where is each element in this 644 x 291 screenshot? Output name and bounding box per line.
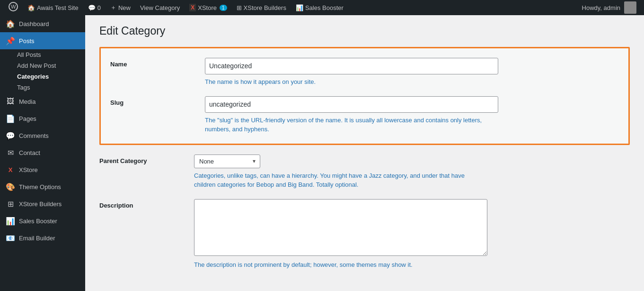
- posts-icon: 📌: [6, 36, 15, 45]
- name-input[interactable]: [205, 58, 498, 74]
- xstore-builders-sidebar-icon: ⊞: [6, 199, 15, 209]
- sales-booster-label: Sales Booster: [305, 4, 344, 11]
- parent-category-row: Parent Category None ▾ Categories, unlik…: [99, 155, 630, 190]
- sales-booster-icon: 📊: [296, 4, 303, 11]
- parent-category-field: None ▾ Categories, unlike tags, can have…: [194, 155, 630, 190]
- pages-icon: 📄: [6, 114, 15, 123]
- avatar: [624, 1, 636, 14]
- comments-count: 0: [97, 4, 101, 11]
- howdy-label: Howdy, admin: [582, 4, 620, 11]
- new-item[interactable]: ＋ New: [106, 0, 135, 15]
- sidebar-item-comments[interactable]: 💬 Comments: [0, 127, 85, 144]
- sidebar-item-dashboard[interactable]: 🏠 Dashboard: [0, 15, 85, 32]
- sidebar-item-label-media: Media: [19, 98, 35, 105]
- parent-category-select[interactable]: None: [194, 155, 260, 168]
- wp-logo-item[interactable]: W: [4, 0, 23, 15]
- slug-input[interactable]: [205, 96, 498, 113]
- sidebar-item-xstore-builders[interactable]: ⊞ XStore Builders: [0, 195, 85, 212]
- sidebar-item-email-builder[interactable]: 📧 Email Builder: [0, 229, 85, 246]
- parent-category-select-wrapper: None ▾: [194, 155, 260, 168]
- sidebar-subitem-tags[interactable]: Tags: [0, 82, 85, 93]
- wp-logo-icon: W: [9, 2, 18, 14]
- sidebar-item-sales-booster[interactable]: 📊 Sales Booster: [0, 212, 85, 229]
- sidebar-item-posts[interactable]: 📌 Posts: [0, 32, 85, 49]
- sidebar-item-label-dashboard: Dashboard: [19, 20, 49, 27]
- sales-booster-item[interactable]: 📊 Sales Booster: [291, 0, 348, 15]
- description-label: Description: [99, 199, 194, 209]
- comments-item[interactable]: 💬 0: [83, 0, 106, 15]
- slug-row: Slug The "slug" is the URL-friendly vers…: [110, 96, 619, 134]
- xstore-badge: 1: [220, 5, 227, 11]
- site-name-label: Awais Test Site: [37, 4, 79, 11]
- all-posts-label: All Posts: [17, 51, 41, 58]
- categories-label: Categories: [17, 73, 49, 80]
- sidebar-item-label-posts: Posts: [19, 37, 35, 45]
- comments-icon: 💬: [88, 4, 96, 11]
- parent-category-label: Parent Category: [99, 155, 194, 164]
- sidebar-item-xstore[interactable]: X XStore: [0, 161, 85, 178]
- page-title: Edit Category: [99, 25, 630, 37]
- parent-category-hint: Categories, unlike tags, can have a hier…: [194, 171, 487, 190]
- xstore-builders-item[interactable]: ⊞ XStore Builders: [232, 0, 291, 15]
- site-name-item[interactable]: 🏠 Awais Test Site: [23, 0, 83, 15]
- sidebar-item-theme-options[interactable]: 🎨 Theme Options: [0, 178, 85, 195]
- sidebar: 🏠 Dashboard 📌 Posts All Posts Add New Po…: [0, 15, 85, 291]
- sales-booster-sidebar-icon: 📊: [6, 216, 15, 226]
- sidebar-item-contact[interactable]: ✉ Contact: [0, 144, 85, 161]
- sidebar-item-label-contact: Contact: [19, 149, 40, 156]
- admin-bar: W 🏠 Awais Test Site 💬 0 ＋ New View Categ…: [0, 0, 644, 15]
- description-textarea[interactable]: [194, 199, 487, 256]
- dashboard-icon: 🏠: [6, 19, 15, 28]
- xstore-builders-icon: ⊞: [237, 4, 242, 11]
- xstore-item[interactable]: X XStore 1: [185, 0, 231, 15]
- description-field: The description is not prominent by defa…: [194, 199, 630, 270]
- slug-hint: The "slug" is the URL-friendly version o…: [205, 116, 498, 134]
- description-row: Description The description is not promi…: [99, 199, 630, 270]
- sidebar-subitem-add-new-post[interactable]: Add New Post: [0, 60, 85, 71]
- name-hint: The name is how it appears on your site.: [205, 77, 498, 87]
- sidebar-item-label-theme-options: Theme Options: [19, 183, 61, 191]
- contact-icon: ✉: [6, 148, 15, 157]
- sidebar-item-label-email-builder: Email Builder: [19, 235, 55, 242]
- sidebar-item-label-xstore-builders: XStore Builders: [19, 200, 62, 208]
- sidebar-item-label-comments: Comments: [19, 132, 49, 139]
- xstore-builders-label: XStore Builders: [244, 4, 286, 11]
- view-category-item[interactable]: View Category: [135, 0, 185, 15]
- media-icon: 🖼: [6, 97, 15, 106]
- add-new-post-label: Add New Post: [17, 62, 56, 69]
- highlighted-form-section: Name The name is how it appears on your …: [99, 47, 630, 145]
- xstore-label: XStore: [198, 4, 217, 11]
- new-label: New: [118, 4, 131, 11]
- sidebar-item-media[interactable]: 🖼 Media: [0, 93, 85, 110]
- svg-text:W: W: [11, 4, 16, 9]
- sidebar-item-pages[interactable]: 📄 Pages: [0, 110, 85, 127]
- home-icon: 🏠: [27, 4, 35, 11]
- theme-options-icon: 🎨: [6, 182, 15, 191]
- sidebar-subitem-categories[interactable]: Categories: [0, 71, 85, 82]
- name-label: Name: [110, 58, 205, 68]
- plus-icon: ＋: [110, 3, 116, 12]
- name-row: Name The name is how it appears on your …: [110, 58, 619, 87]
- xstore-sidebar-icon: X: [6, 165, 15, 174]
- slug-label: Slug: [110, 96, 205, 106]
- sidebar-item-label-xstore: XStore: [19, 166, 38, 173]
- sidebar-subitem-all-posts[interactable]: All Posts: [0, 49, 85, 60]
- comments-sidebar-icon: 💬: [6, 131, 15, 140]
- xstore-icon: X: [189, 4, 196, 11]
- slug-field: The "slug" is the URL-friendly version o…: [205, 96, 619, 134]
- name-field: The name is how it appears on your site.: [205, 58, 619, 87]
- main-content: Edit Category Name The name is how it ap…: [85, 15, 644, 291]
- sidebar-item-label-sales-booster: Sales Booster: [19, 218, 57, 225]
- description-hint: The description is not prominent by defa…: [194, 260, 487, 270]
- view-category-label: View Category: [140, 4, 180, 11]
- tags-label: Tags: [17, 84, 30, 91]
- email-builder-icon: 📧: [6, 233, 15, 243]
- sidebar-item-label-pages: Pages: [19, 115, 36, 122]
